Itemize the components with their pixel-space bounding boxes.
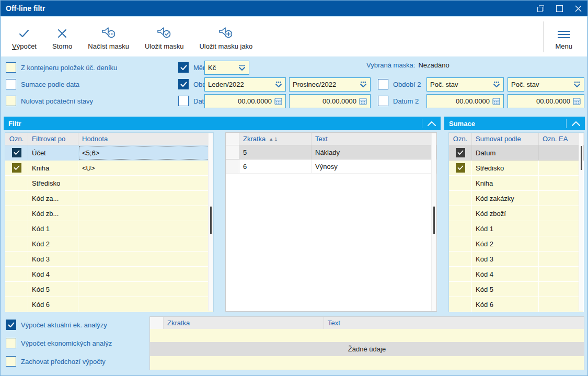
sumace-row-ea[interactable] xyxy=(539,297,584,312)
datum2-from-field[interactable]: 00.00.0000 xyxy=(426,94,504,108)
checkbox-vypocet-ekonomickych[interactable]: Výpočet ekonomických analýz xyxy=(6,337,112,349)
filtr-row-kod4[interactable]: Kód 4 xyxy=(5,267,213,282)
checkbox-z-kontejneru[interactable]: Z kontejneru položek úč. deníku xyxy=(6,61,117,74)
storno-button[interactable]: Storno xyxy=(44,17,80,56)
filtr-row-kod5[interactable]: Kód 5 xyxy=(5,282,213,297)
calendar-icon[interactable] xyxy=(573,97,581,105)
checkbox-box[interactable] xyxy=(378,96,388,106)
column-header-sumovat-podle[interactable]: Sumovat podle xyxy=(472,133,539,145)
vypocet-button[interactable]: Výpočet xyxy=(4,17,44,56)
row-checkbox-checked[interactable] xyxy=(12,163,21,173)
filtr-row-value[interactable] xyxy=(78,267,213,281)
close-button[interactable] xyxy=(569,1,587,16)
obdobi-from-dropdown[interactable]: Leden/2022 xyxy=(204,77,286,92)
row-checkbox-checked[interactable] xyxy=(12,148,21,157)
filtr-table-header[interactable]: Ozn. Filtrovat po Hodnota xyxy=(5,133,213,145)
filtr-row-value[interactable] xyxy=(78,297,213,312)
sumace-row-ea[interactable] xyxy=(539,267,584,281)
filtr-row-value[interactable] xyxy=(78,282,213,297)
sumace-row-kod3[interactable]: Kód 3 xyxy=(449,252,584,267)
zkratka-table-header[interactable]: Zkratka ▲ 1 Text xyxy=(226,133,436,145)
text-cell[interactable]: Výnosy xyxy=(312,159,436,173)
column-header-zkratka[interactable]: Zkratka xyxy=(164,317,324,329)
restore-button[interactable] xyxy=(531,1,550,16)
zkratka-scrollbar[interactable] xyxy=(431,133,436,311)
sumace-row-kod2[interactable]: Kód 2 xyxy=(449,236,584,252)
sumace-row-kniha[interactable]: Kniha xyxy=(449,176,584,191)
checkbox-box[interactable] xyxy=(378,79,388,89)
obdobi2-from-dropdown[interactable]: Poč. stav xyxy=(426,77,504,92)
scrollbar-thumb[interactable] xyxy=(581,146,582,170)
checkbox-vypocet-aktualni[interactable]: Výpočet aktuální ek. analýzy xyxy=(6,318,107,331)
sumace-row-kod1[interactable]: Kód 1 xyxy=(449,221,584,236)
filtr-row-value[interactable] xyxy=(78,221,213,236)
checkbox-box[interactable] xyxy=(178,79,189,89)
datum-to-field[interactable]: 00.00.0000 xyxy=(289,94,371,108)
sumace-row-datum[interactable]: Datum xyxy=(449,145,584,161)
filtr-row-value[interactable] xyxy=(78,206,213,221)
checkbox-box[interactable] xyxy=(6,79,16,89)
collapse-chevron-icon[interactable] xyxy=(422,119,436,128)
checkbox-box[interactable] xyxy=(178,96,189,106)
scrollbar-thumb[interactable] xyxy=(210,207,212,234)
filtr-row-value[interactable] xyxy=(78,176,213,190)
sumace-row-ea[interactable] xyxy=(539,191,584,206)
zkratka-cell[interactable]: 6 xyxy=(239,159,312,173)
zkratka-row-6[interactable]: 6 Výnosy xyxy=(226,159,436,174)
ulozit-masku-button[interactable]: Uložit masku xyxy=(137,17,191,56)
row-checkbox-checked[interactable] xyxy=(456,163,465,173)
sumace-row-ea[interactable] xyxy=(539,206,584,221)
filtr-row-kod1[interactable]: Kód 1 xyxy=(5,221,213,236)
maximize-button[interactable] xyxy=(550,1,569,16)
column-header-ozn[interactable]: Ozn. xyxy=(5,133,28,145)
calendar-icon[interactable] xyxy=(274,97,282,105)
checkbox-box[interactable] xyxy=(6,62,16,73)
filtr-scrollbar[interactable] xyxy=(208,133,213,311)
column-header-ozn-ea[interactable]: Ozn. EA xyxy=(539,133,584,145)
filtr-row-value[interactable]: <U> xyxy=(78,161,213,175)
column-header-text[interactable]: Text xyxy=(312,133,436,145)
titlebar[interactable]: Off-line filtr xyxy=(1,1,587,16)
mena-dropdown[interactable]: Kč xyxy=(204,61,249,75)
sumace-row-kod-zbozi[interactable]: Kód zboží xyxy=(449,206,584,221)
checkbox-box[interactable] xyxy=(6,356,16,367)
column-header-filtrovat-po[interactable]: Filtrovat po xyxy=(28,133,78,145)
sumace-row-ea[interactable] xyxy=(539,236,584,251)
collapse-chevron-icon[interactable] xyxy=(566,119,580,128)
zkratka-cell[interactable]: 5 xyxy=(239,145,312,159)
sumace-row-ea[interactable] xyxy=(539,145,584,160)
sumace-scrollbar[interactable] xyxy=(579,133,583,311)
checkbox-box[interactable] xyxy=(6,338,16,348)
column-header-hodnota[interactable]: Hodnota xyxy=(78,133,213,145)
checkbox-datum2[interactable]: Datum 2 xyxy=(378,95,419,107)
sumace-row-ea[interactable] xyxy=(539,282,584,297)
filtr-row-kod6[interactable]: Kód 6 xyxy=(5,297,213,312)
filtr-row-kod-zakazky[interactable]: Kód za... xyxy=(5,191,213,206)
text-cell[interactable]: Náklady xyxy=(312,145,436,159)
filtr-row-value[interactable]: <5;6> xyxy=(78,145,213,160)
filtr-row-value[interactable] xyxy=(78,236,213,251)
filtr-row-kod-zbozi[interactable]: Kód zb... xyxy=(5,206,213,221)
scrollbar-thumb[interactable] xyxy=(433,207,435,234)
checkbox-nulovat-stavy[interactable]: Nulovat počáteční stavy xyxy=(6,95,93,107)
filtr-row-stredisko[interactable]: Středisko xyxy=(5,176,213,191)
column-header-text[interactable]: Text xyxy=(324,317,584,329)
sumace-row-kod5[interactable]: Kód 5 xyxy=(449,282,584,297)
sumace-row-kod4[interactable]: Kód 4 xyxy=(449,267,584,282)
sumace-row-ea[interactable] xyxy=(539,161,584,175)
filtr-row-value[interactable] xyxy=(78,191,213,206)
obdobi-to-dropdown[interactable]: Prosinec/2022 xyxy=(289,77,371,92)
row-checkbox-checked[interactable] xyxy=(456,148,465,157)
checkbox-obdobi2[interactable]: Období 2 xyxy=(378,78,421,90)
zkratka-row-5[interactable]: 5 Náklady xyxy=(226,145,436,159)
sumace-row-stredisko[interactable]: Středisko xyxy=(449,161,584,176)
checkbox-box[interactable] xyxy=(6,96,16,106)
sumace-row-ea[interactable] xyxy=(539,252,584,266)
datum2-to-field[interactable]: 00.00.0000 xyxy=(508,94,584,108)
datum-from-field[interactable]: 00.00.0000 xyxy=(204,94,286,108)
filtr-row-kod3[interactable]: Kód 3 xyxy=(5,252,213,267)
sumace-row-kod-zakazky[interactable]: Kód zakázky xyxy=(449,191,584,206)
checkbox-sumace-podle-data[interactable]: Sumace podle data xyxy=(6,78,79,90)
sumace-table-header[interactable]: Ozn. Sumovat podle Ozn. EA xyxy=(449,133,584,145)
nacist-masku-button[interactable]: Načíst masku xyxy=(80,17,137,56)
